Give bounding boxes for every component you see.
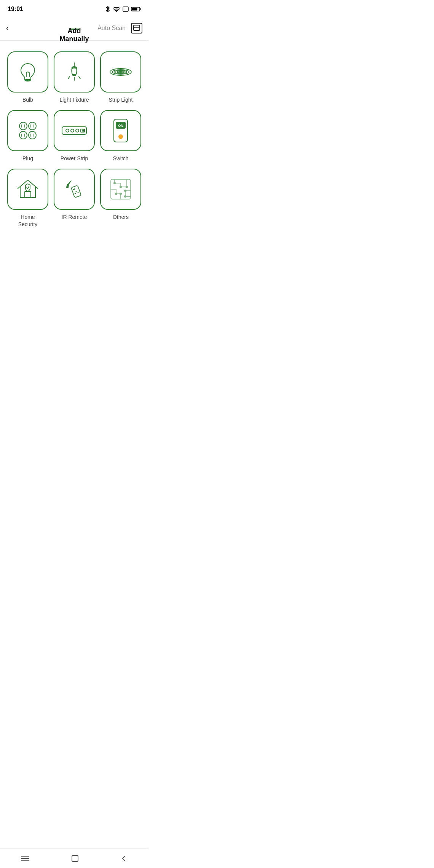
svg-rect-1 (123, 7, 128, 11)
header-right: Auto Scan (97, 23, 142, 34)
page-title: Add Manually (59, 27, 89, 43)
power-strip-icon (61, 123, 88, 138)
others-label: Others (113, 214, 129, 220)
svg-line-14 (68, 77, 70, 79)
svg-line-16 (79, 77, 80, 79)
status-icons (105, 6, 141, 13)
ir-remote-icon (61, 176, 88, 203)
others-icon-box (100, 169, 141, 210)
status-time: 19:01 (8, 6, 23, 13)
autoscan-button[interactable]: Auto Scan (97, 25, 126, 32)
ir-remote-icon-box (54, 169, 95, 210)
ir-remote-label: IR Remote (62, 214, 87, 220)
svg-point-36 (71, 129, 74, 132)
device-item-plug[interactable]: Plug (7, 110, 49, 162)
device-grid: Bulb Light Fixture (0, 41, 148, 238)
svg-point-44 (119, 135, 123, 139)
switch-label: Switch (113, 155, 128, 162)
status-bar: 19:01 (0, 0, 148, 17)
power-strip-icon-box (54, 110, 95, 151)
light-fixture-label: Light Fixture (59, 96, 89, 103)
svg-point-48 (75, 191, 77, 192)
svg-point-49 (75, 193, 76, 195)
bulb-icon (16, 60, 40, 84)
screen-icon (123, 6, 129, 12)
device-item-others[interactable]: Others (100, 169, 142, 227)
svg-rect-4 (132, 8, 137, 11)
svg-point-25 (29, 131, 36, 139)
battery-icon (131, 6, 141, 12)
bulb-icon-box (7, 51, 48, 93)
header: ‹ Add Manually Auto Scan (0, 17, 148, 37)
switch-icon: ON (111, 117, 131, 144)
svg-text:ON: ON (118, 124, 123, 128)
svg-point-64 (113, 182, 116, 184)
svg-point-37 (76, 129, 79, 132)
svg-point-68 (120, 193, 122, 195)
home-security-icon-box (7, 169, 48, 210)
svg-point-22 (19, 122, 27, 130)
svg-point-70 (124, 195, 126, 198)
home-security-icon (14, 176, 41, 203)
device-item-ir-remote[interactable]: IR Remote (53, 169, 95, 227)
strip-light-icon-box (100, 51, 141, 93)
svg-point-23 (29, 122, 36, 130)
back-button[interactable]: ‹ (6, 22, 12, 35)
plug-icon-box (7, 110, 48, 151)
bluetooth-icon (105, 6, 110, 13)
svg-point-24 (19, 131, 27, 139)
svg-point-66 (126, 186, 128, 188)
device-item-strip-light[interactable]: Strip Light (100, 51, 142, 103)
home-security-label: HomeSecurity (18, 214, 38, 227)
svg-point-0 (116, 11, 117, 12)
device-item-switch[interactable]: ON Switch (100, 110, 142, 162)
svg-point-67 (115, 193, 117, 195)
svg-point-21 (119, 72, 122, 72)
power-strip-label: Power Strip (61, 155, 88, 162)
device-item-light-fixture[interactable]: Light Fixture (53, 51, 95, 103)
others-icon (107, 176, 134, 203)
plug-icon (14, 117, 41, 144)
svg-point-69 (124, 190, 126, 192)
device-item-power-strip[interactable]: Power Strip (53, 110, 95, 162)
svg-rect-47 (73, 188, 75, 190)
switch-icon-box: ON (100, 110, 141, 151)
strip-light-icon (107, 58, 134, 86)
svg-point-50 (77, 192, 79, 193)
light-fixture-icon (62, 60, 86, 84)
device-item-bulb[interactable]: Bulb (7, 51, 49, 103)
svg-point-35 (66, 129, 69, 132)
svg-rect-3 (140, 8, 141, 10)
bulb-label: Bulb (22, 96, 33, 103)
light-fixture-icon-box (54, 51, 95, 93)
scan-icon-button[interactable] (131, 23, 142, 34)
plug-label: Plug (22, 155, 33, 162)
strip-light-label: Strip Light (108, 96, 132, 103)
wifi-icon (113, 6, 120, 12)
svg-point-65 (120, 186, 122, 188)
svg-rect-45 (25, 191, 31, 198)
device-item-home-security[interactable]: HomeSecurity (7, 169, 49, 227)
